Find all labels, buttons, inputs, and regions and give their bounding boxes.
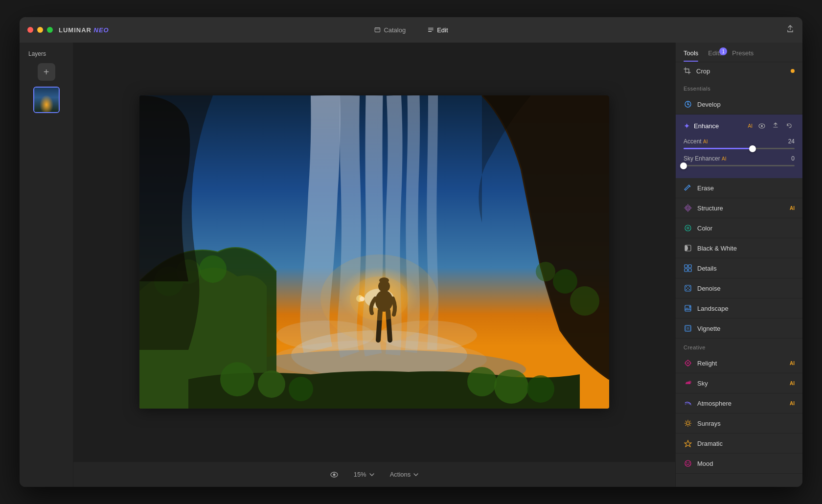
enhance-visibility-button[interactable] bbox=[756, 120, 767, 131]
denoise-icon bbox=[684, 284, 692, 293]
enhance-undo-button[interactable] bbox=[784, 120, 795, 131]
svg-point-58 bbox=[689, 306, 691, 308]
main-content: Layers + bbox=[20, 43, 802, 487]
svg-point-63 bbox=[687, 362, 689, 364]
svg-point-25 bbox=[494, 369, 528, 404]
vignette-item[interactable]: Vignette bbox=[676, 319, 802, 339]
crop-icon bbox=[684, 67, 691, 75]
traffic-lights bbox=[27, 27, 53, 33]
mood-item[interactable]: Mood bbox=[676, 454, 802, 474]
svg-point-31 bbox=[350, 276, 409, 321]
enhance-actions bbox=[756, 120, 795, 131]
left-sidebar: Layers + bbox=[20, 43, 73, 487]
canvas-area: 15% Actions bbox=[73, 43, 675, 487]
sunrays-item[interactable]: Sunrays bbox=[676, 413, 802, 434]
dramatic-icon bbox=[684, 439, 692, 448]
svg-point-33 bbox=[333, 473, 335, 476]
crop-item[interactable]: Crop bbox=[676, 62, 802, 80]
tab-presets[interactable]: Presets bbox=[732, 49, 754, 62]
essentials-header: Essentials bbox=[676, 80, 802, 94]
tab-tools[interactable]: Tools bbox=[684, 49, 698, 62]
photo-canvas bbox=[139, 95, 609, 409]
dramatic-item[interactable]: Dramatic bbox=[676, 434, 802, 454]
right-panel: Tools Edits 1 Presets Crop bbox=[675, 43, 802, 487]
accent-slider-thumb[interactable] bbox=[749, 145, 756, 152]
edit-icon bbox=[427, 26, 434, 33]
svg-point-78 bbox=[685, 460, 691, 466]
bw-icon bbox=[684, 244, 692, 252]
svg-point-38 bbox=[685, 206, 690, 210]
enhance-panel: ✦ Enhance AI bbox=[676, 115, 802, 178]
close-button[interactable] bbox=[27, 27, 33, 33]
sky-label: Sky bbox=[697, 380, 785, 387]
accent-slider-track[interactable] bbox=[684, 148, 795, 149]
svg-point-22 bbox=[258, 370, 285, 398]
svg-point-54 bbox=[686, 289, 687, 290]
visibility-toggle[interactable] bbox=[326, 470, 342, 480]
svg-point-35 bbox=[687, 104, 689, 105]
bw-item[interactable]: Black & White bbox=[676, 238, 802, 258]
catalog-button[interactable]: Catalog bbox=[369, 24, 411, 36]
app-logo: LUMINAR NEO bbox=[59, 26, 109, 34]
catalog-icon bbox=[374, 26, 381, 33]
sky-item[interactable]: Sky AI bbox=[676, 373, 802, 393]
landscape-item[interactable]: Landscape bbox=[676, 298, 802, 319]
mood-label: Mood bbox=[697, 460, 795, 467]
fullscreen-button[interactable] bbox=[47, 27, 53, 33]
creative-header: Creative bbox=[676, 339, 802, 353]
dramatic-label: Dramatic bbox=[697, 440, 795, 447]
accent-value: 24 bbox=[788, 138, 795, 145]
sky-enhancer-slider-thumb[interactable] bbox=[680, 162, 687, 169]
svg-point-17 bbox=[553, 269, 577, 294]
layer-thumbnail[interactable] bbox=[33, 87, 60, 113]
erase-item[interactable]: Erase bbox=[676, 178, 802, 198]
details-item[interactable]: Details bbox=[676, 258, 802, 278]
atmosphere-icon bbox=[684, 399, 692, 408]
svg-point-23 bbox=[289, 377, 313, 401]
add-layer-button[interactable]: + bbox=[38, 63, 55, 81]
structure-item[interactable]: Structure AI bbox=[676, 198, 802, 218]
actions-button[interactable]: Actions bbox=[386, 469, 423, 480]
share-button[interactable] bbox=[786, 24, 795, 35]
relight-item[interactable]: Relight AI bbox=[676, 353, 802, 373]
tab-edits[interactable]: Edits 1 bbox=[708, 49, 722, 62]
color-item[interactable]: Color bbox=[676, 218, 802, 238]
svg-line-77 bbox=[685, 425, 686, 426]
svg-point-16 bbox=[536, 262, 555, 281]
waterfall-overlay bbox=[139, 95, 609, 409]
svg-point-52 bbox=[686, 286, 687, 287]
develop-item[interactable]: Develop bbox=[676, 94, 802, 115]
denoise-item[interactable]: Denoise bbox=[676, 278, 802, 298]
develop-label: Develop bbox=[697, 101, 795, 108]
titlebar-right bbox=[786, 24, 795, 35]
edit-button[interactable]: Edit bbox=[422, 24, 453, 36]
atmosphere-item[interactable]: Atmosphere AI bbox=[676, 393, 802, 413]
edit-label: Edit bbox=[437, 26, 448, 34]
color-icon bbox=[684, 224, 692, 232]
svg-point-56 bbox=[687, 288, 688, 289]
denoise-label: Denoise bbox=[697, 285, 795, 292]
svg-rect-49 bbox=[685, 269, 687, 272]
sunrays-label: Sunrays bbox=[697, 420, 795, 427]
share-icon bbox=[786, 24, 795, 33]
color-label: Color bbox=[697, 225, 795, 232]
eye-icon bbox=[330, 472, 338, 478]
bottom-toolbar: 15% Actions bbox=[73, 461, 675, 487]
landscape-label: Landscape bbox=[697, 305, 795, 312]
layers-label: Layers bbox=[20, 50, 46, 57]
svg-point-68 bbox=[688, 381, 691, 384]
sky-enhancer-slider-track[interactable] bbox=[684, 165, 795, 166]
relight-label: Relight bbox=[697, 360, 785, 367]
sky-enhancer-value: 0 bbox=[791, 155, 795, 162]
crop-label: Crop bbox=[696, 68, 786, 75]
enhance-reset-button[interactable] bbox=[770, 120, 781, 131]
develop-icon bbox=[684, 100, 692, 109]
structure-label: Structure bbox=[697, 205, 785, 212]
zoom-control[interactable]: 15% bbox=[350, 469, 378, 480]
erase-label: Erase bbox=[697, 184, 795, 192]
edits-badge: 1 bbox=[719, 47, 727, 55]
enhance-header[interactable]: ✦ Enhance AI bbox=[684, 120, 795, 131]
accent-slider-fill bbox=[684, 148, 753, 149]
minimize-button[interactable] bbox=[37, 27, 43, 33]
svg-point-45 bbox=[686, 227, 689, 229]
